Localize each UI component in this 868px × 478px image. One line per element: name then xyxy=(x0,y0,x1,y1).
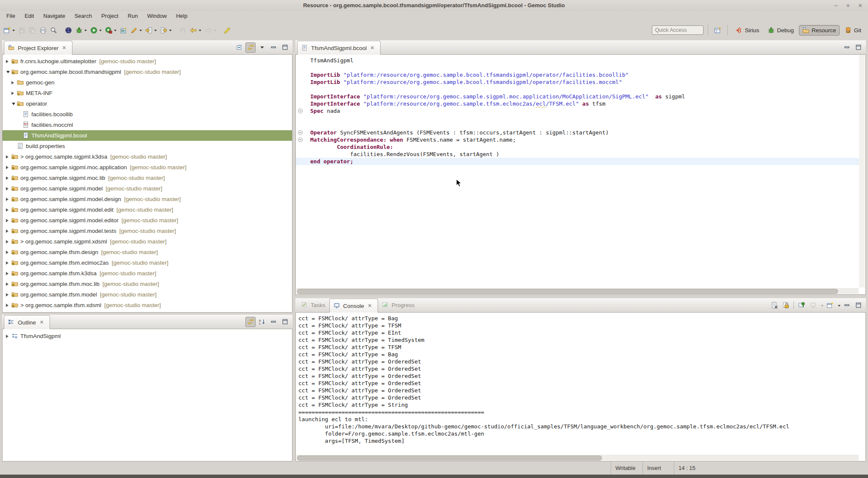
tree-item[interactable]: org.gemoc.sample.sigpml.moc.application[… xyxy=(3,162,292,173)
menu-help[interactable]: Help xyxy=(171,11,192,21)
dropdown-arrow-icon[interactable] xyxy=(139,30,142,33)
run-external-tools-button[interactable] xyxy=(104,25,118,36)
tree-expanded-arrow-icon[interactable] xyxy=(5,69,11,75)
code-line[interactable]: MatchingCorrespondance: when FSMEvents.n… xyxy=(296,136,859,143)
tree-collapsed-arrow-icon[interactable] xyxy=(5,166,11,169)
perspective-sirius-button[interactable]: Sirius xyxy=(732,25,762,36)
open-perspective-button[interactable] xyxy=(713,25,723,36)
console-horizontal-scrollbar[interactable] xyxy=(296,455,859,461)
fold-collapse-icon[interactable] xyxy=(298,130,303,135)
code-line[interactable]: ImportLib "platform:/resource/org.gemoc.… xyxy=(296,71,859,78)
perspective-debug-button[interactable]: Debug xyxy=(764,25,797,36)
dropdown-arrow-icon[interactable] xyxy=(154,30,157,33)
tree-collapsed-arrow-icon[interactable] xyxy=(5,60,11,63)
perspective-git-button[interactable]: GITGit xyxy=(841,25,865,36)
new-representation-button[interactable]: Gr xyxy=(119,25,128,36)
code-line[interactable]: ImportInterface "platform:/resource/org.… xyxy=(296,100,859,107)
export-wizard-button[interactable] xyxy=(159,25,173,36)
tree-collapsed-arrow-icon[interactable] xyxy=(5,293,11,296)
tree-item[interactable]: org.gemoc.sample.sigpml.model[gemoc-stud… xyxy=(3,183,292,194)
horizontal-sash-left[interactable] xyxy=(2,313,292,315)
tree-item[interactable]: > org.gemoc.sample.sigpml.xdsml[gemoc-st… xyxy=(3,236,292,247)
outline-item[interactable]: TfsmAndSigpml xyxy=(3,331,292,341)
code-line[interactable]: TfsmAndSigpml xyxy=(296,57,859,64)
tree-item[interactable]: org.gemoc.sample.tfsm.eclmoc2as[gemoc-st… xyxy=(3,257,292,268)
fold-collapse-icon[interactable] xyxy=(298,137,303,142)
dropdown-arrow-icon[interactable] xyxy=(199,30,201,33)
perspective-resource-button[interactable]: Resource xyxy=(799,25,840,36)
collapse-all-button[interactable] xyxy=(234,42,244,53)
menu-file[interactable]: File xyxy=(2,11,20,21)
menu-navigate[interactable]: Navigate xyxy=(39,11,70,21)
print-button[interactable] xyxy=(38,25,48,36)
tree-item[interactable]: org.gemoc.sample.sigpml.model.editor[gem… xyxy=(3,215,292,226)
menu-run[interactable]: Run xyxy=(123,11,142,21)
tree-collapsed-arrow-icon[interactable] xyxy=(11,92,16,95)
tab-console[interactable]: Console xyxy=(329,299,378,313)
dropdown-arrow-icon[interactable] xyxy=(838,305,840,308)
tree-collapsed-arrow-icon[interactable] xyxy=(5,240,11,243)
close-icon[interactable] xyxy=(367,302,374,310)
tree-item[interactable]: fr.cnrs.luchogie.ultimateplotter[gemoc-s… xyxy=(3,56,292,67)
code-line[interactable] xyxy=(296,122,859,129)
code-area[interactable]: TfsmAndSigpmlImportLib "platform:/resour… xyxy=(296,55,859,288)
vertical-sash[interactable] xyxy=(292,40,295,461)
maximize-view-button[interactable] xyxy=(280,317,290,327)
tree-item[interactable]: > org.gemoc.sample.tfsm.xdsml[gemoc-stud… xyxy=(3,300,292,310)
tab-outline[interactable]: Outline xyxy=(4,315,50,329)
tree-item[interactable]: org.gemoc.sample.bcool.tfsmandsigpml[gem… xyxy=(3,67,292,77)
tree-collapsed-arrow-icon[interactable] xyxy=(11,81,16,84)
dropdown-arrow-icon[interactable] xyxy=(12,30,15,33)
tree-item[interactable]: org.gemoc.sample.tfsm.k3dsa[gemoc-studio… xyxy=(3,268,292,279)
code-line[interactable]: Spec nada xyxy=(296,107,859,115)
tree-collapsed-arrow-icon[interactable] xyxy=(5,208,11,212)
link-with-editor-button[interactable] xyxy=(245,317,256,327)
pencil-tool-button[interactable] xyxy=(129,25,143,36)
minimize-view-button[interactable] xyxy=(842,300,852,310)
quick-access-input[interactable] xyxy=(652,25,704,35)
dropdown-arrow-icon[interactable] xyxy=(84,30,87,33)
code-line[interactable]: CoordinationRule: xyxy=(296,143,859,151)
code-line[interactable] xyxy=(296,64,859,71)
close-icon[interactable] xyxy=(61,45,68,52)
tree-collapsed-arrow-icon[interactable] xyxy=(5,187,11,190)
import-wizard-button[interactable] xyxy=(144,25,158,36)
tab-progress[interactable]: Progress xyxy=(378,298,418,312)
scrollbar-thumb[interactable] xyxy=(297,456,602,461)
minimize-view-button[interactable] xyxy=(842,42,852,53)
code-line[interactable]: Operator SyncFSMEventsAndAgents (FSMEven… xyxy=(296,129,859,136)
fold-collapse-icon[interactable] xyxy=(298,109,303,113)
tree-collapsed-arrow-icon[interactable] xyxy=(5,335,11,338)
tab-tasks[interactable]: Tasks xyxy=(297,298,329,312)
tree-item[interactable]: facilities.bcoollib xyxy=(3,109,292,120)
console-output[interactable]: cct = FSMClock/ attrType = Bagcct = FSMC… xyxy=(296,313,859,454)
tree-collapsed-arrow-icon[interactable] xyxy=(5,176,11,180)
menu-window[interactable]: Window xyxy=(142,11,171,21)
tree-expanded-arrow-icon[interactable] xyxy=(11,101,16,107)
tree-collapsed-arrow-icon[interactable] xyxy=(5,282,11,286)
tree-collapsed-arrow-icon[interactable] xyxy=(5,198,11,201)
tab-project-explorer[interactable]: Project Explorer xyxy=(4,41,72,55)
tree-collapsed-arrow-icon[interactable] xyxy=(5,155,11,159)
clear-console-button[interactable] xyxy=(769,300,779,310)
close-icon[interactable] xyxy=(39,319,46,326)
editor-vertical-scrollbar[interactable] xyxy=(859,55,865,288)
horizontal-sash-right[interactable] xyxy=(295,295,866,298)
code-line[interactable]: ImportLib "platform:/resource/org.gemoc.… xyxy=(296,78,859,86)
tab-editor-file[interactable]: TfsmAndSigpml.bcool xyxy=(297,41,381,55)
tree-item[interactable]: operator xyxy=(3,98,292,109)
maximize-view-button[interactable] xyxy=(853,300,863,310)
scrollbar-thumb[interactable] xyxy=(297,289,838,294)
tree-collapsed-arrow-icon[interactable] xyxy=(5,251,11,254)
pin-console-button[interactable] xyxy=(796,300,807,310)
maximize-view-button[interactable] xyxy=(280,42,290,53)
editor-horizontal-scrollbar[interactable] xyxy=(296,288,859,294)
dropdown-arrow-icon[interactable] xyxy=(169,30,172,33)
tree-collapsed-arrow-icon[interactable] xyxy=(5,229,11,233)
menu-edit[interactable]: Edit xyxy=(20,11,39,21)
tree-item[interactable]: MoCfacilities.moccml xyxy=(3,120,292,130)
open-console-button[interactable] xyxy=(825,300,835,310)
titlebar[interactable]: Resource - org.gemoc.sample.bcool.tfsman… xyxy=(0,0,868,11)
tree-item[interactable]: 01build.properties xyxy=(3,141,292,151)
close-icon[interactable] xyxy=(369,45,376,52)
